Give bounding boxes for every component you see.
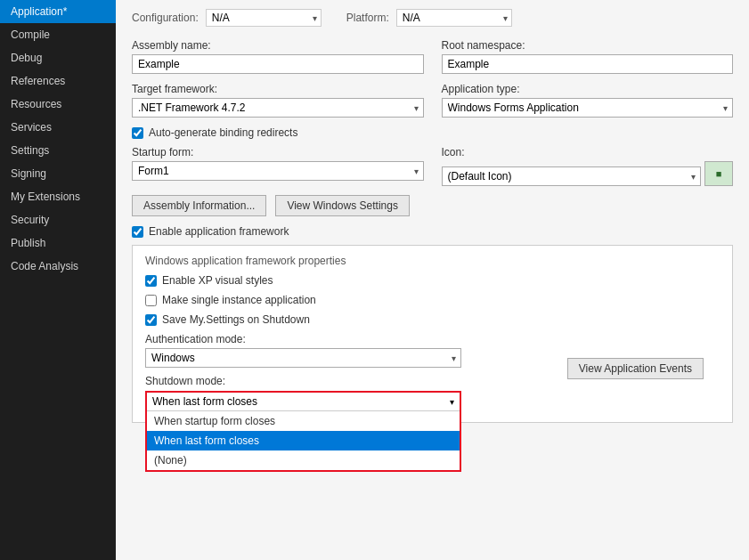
single-instance-row: Make single instance application bbox=[145, 294, 720, 306]
main-panel: Configuration: N/A Platform: N/A Assembl… bbox=[116, 0, 749, 560]
startup-form-select[interactable]: Form1 bbox=[132, 161, 424, 181]
auth-mode-label: Authentication mode: bbox=[145, 333, 720, 345]
shutdown-option-1[interactable]: When last form closes bbox=[147, 431, 460, 450]
startup-form-group: Startup form: Form1 ▾ bbox=[132, 146, 424, 186]
single-instance-checkbox[interactable] bbox=[145, 295, 157, 306]
shutdown-dropdown[interactable]: When last form closes ▾ When startup for… bbox=[145, 391, 461, 413]
assembly-name-input[interactable] bbox=[132, 54, 424, 74]
sidebar-item-debug[interactable]: Debug bbox=[0, 46, 116, 69]
assembly-name-label: Assembly name: bbox=[132, 39, 424, 52]
root-namespace-label: Root namespace: bbox=[442, 39, 734, 52]
shutdown-current-value: When last form closes bbox=[152, 395, 257, 408]
enable-xp-checkbox[interactable] bbox=[145, 275, 157, 287]
sidebar-item-security[interactable]: Security bbox=[0, 208, 116, 231]
config-row: Configuration: N/A Platform: N/A bbox=[132, 9, 733, 27]
target-framework-select[interactable]: .NET Framework 4.7.2 bbox=[132, 98, 424, 118]
enable-app-framework-row: Enable application framework bbox=[132, 225, 733, 238]
target-framework-wrapper[interactable]: .NET Framework 4.7.2 ▾ bbox=[132, 98, 424, 118]
icon-select-group[interactable]: (Default Icon) ▾ bbox=[442, 166, 702, 186]
framework-props-title: Windows application framework properties bbox=[145, 255, 720, 267]
sidebar-item-settings[interactable]: Settings bbox=[0, 139, 116, 162]
auto-generate-row: Auto-generate binding redirects bbox=[132, 126, 733, 139]
sidebar-item-compile[interactable]: Compile bbox=[0, 23, 116, 46]
sidebar-nav: Application*CompileDebugReferencesResour… bbox=[0, 0, 116, 278]
sidebar-item-references[interactable]: References bbox=[0, 69, 116, 93]
single-instance-label[interactable]: Make single instance application bbox=[162, 294, 316, 306]
app-type-group: Application type: Windows Forms Applicat… bbox=[442, 83, 734, 118]
assembly-row: Assembly name: Root namespace: bbox=[132, 39, 733, 74]
sidebar-item-services[interactable]: Services bbox=[0, 116, 116, 139]
startup-form-label: Startup form: bbox=[132, 146, 424, 158]
enable-xp-label[interactable]: Enable XP visual styles bbox=[162, 274, 273, 287]
startup-form-wrapper[interactable]: Form1 ▾ bbox=[132, 161, 424, 181]
platform-select[interactable]: N/A bbox=[396, 9, 512, 27]
enable-app-framework-checkbox[interactable] bbox=[132, 226, 143, 238]
sidebar-item-signing[interactable]: Signing bbox=[0, 162, 116, 185]
sidebar-item-publish[interactable]: Publish bbox=[0, 231, 116, 255]
configuration-select[interactable]: N/A bbox=[206, 9, 322, 27]
enable-xp-row: Enable XP visual styles bbox=[145, 274, 720, 287]
target-framework-label: Target framework: bbox=[132, 83, 424, 95]
shutdown-option-2[interactable]: (None) bbox=[147, 450, 460, 470]
view-application-events-button[interactable]: View Application Events bbox=[567, 358, 704, 379]
save-settings-row: Save My.Settings on Shutdown bbox=[145, 313, 720, 326]
auto-generate-label[interactable]: Auto-generate binding redirects bbox=[149, 126, 297, 139]
view-windows-settings-button[interactable]: View Windows Settings bbox=[275, 195, 410, 216]
icon-preview: ■ bbox=[704, 161, 733, 186]
target-framework-group: Target framework: .NET Framework 4.7.2 ▾ bbox=[132, 83, 424, 118]
icon-label: Icon: bbox=[442, 146, 734, 158]
shutdown-options-list: When startup form closes When last form … bbox=[145, 411, 461, 472]
framework-row: Target framework: .NET Framework 4.7.2 ▾… bbox=[132, 83, 733, 118]
shutdown-chevron-icon: ▾ bbox=[450, 397, 454, 407]
sidebar: Application*CompileDebugReferencesResour… bbox=[0, 0, 116, 560]
platform-select-wrapper[interactable]: N/A bbox=[396, 9, 512, 27]
auto-generate-checkbox[interactable] bbox=[132, 127, 143, 139]
root-namespace-input[interactable] bbox=[442, 54, 734, 74]
root-namespace-group: Root namespace: bbox=[442, 39, 734, 74]
shutdown-option-0[interactable]: When startup form closes bbox=[147, 411, 460, 431]
action-buttons-row: Assembly Information... View Windows Set… bbox=[132, 195, 733, 216]
framework-props-box: Windows application framework properties… bbox=[132, 245, 733, 423]
icon-row: (Default Icon) ▾ ■ bbox=[442, 161, 734, 186]
auth-mode-select[interactable]: Windows bbox=[145, 348, 461, 368]
enable-app-framework-label[interactable]: Enable application framework bbox=[149, 225, 289, 238]
save-settings-label[interactable]: Save My.Settings on Shutdown bbox=[162, 313, 310, 326]
save-settings-checkbox[interactable] bbox=[145, 314, 157, 326]
configuration-select-wrapper[interactable]: N/A bbox=[206, 9, 322, 27]
app-type-select[interactable]: Windows Forms Application bbox=[442, 98, 734, 118]
sidebar-item-code-analysis[interactable]: Code Analysis bbox=[0, 255, 116, 278]
sidebar-item-application[interactable]: Application* bbox=[0, 0, 116, 23]
config-label: Configuration: bbox=[132, 12, 199, 24]
icon-group: Icon: (Default Icon) ▾ ■ bbox=[442, 146, 734, 186]
startup-row: Startup form: Form1 ▾ Icon: (Default Ico… bbox=[132, 146, 733, 186]
sidebar-item-my-extensions[interactable]: My Extensions bbox=[0, 185, 116, 208]
assembly-info-button[interactable]: Assembly Information... bbox=[132, 195, 266, 216]
platform-label: Platform: bbox=[346, 12, 389, 24]
content-area: Configuration: N/A Platform: N/A Assembl… bbox=[116, 0, 749, 560]
assembly-name-group: Assembly name: bbox=[132, 39, 424, 74]
app-type-wrapper[interactable]: Windows Forms Application ▾ bbox=[442, 98, 734, 118]
icon-select[interactable]: (Default Icon) bbox=[442, 166, 702, 186]
shutdown-dropdown-header[interactable]: When last form closes ▾ bbox=[147, 393, 460, 411]
shutdown-section: Shutdown mode: When last form closes ▾ W… bbox=[145, 375, 720, 413]
icon-image: ■ bbox=[716, 168, 722, 179]
auth-mode-wrapper[interactable]: Windows ▾ bbox=[145, 348, 461, 368]
sidebar-item-resources[interactable]: Resources bbox=[0, 93, 116, 116]
app-type-label: Application type: bbox=[442, 83, 734, 95]
